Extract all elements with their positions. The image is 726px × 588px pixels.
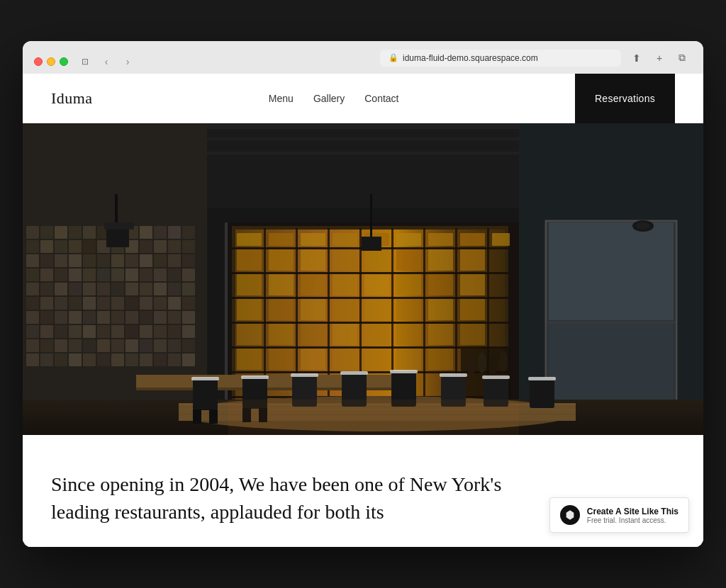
squarespace-badge-text: Create A Site Like This Free trial. Inst…	[587, 507, 678, 524]
badge-subtitle: Free trial. Instant access.	[587, 516, 678, 524]
browser-window: ⊡ ‹ › 🔒 iduma-fluid-demo.squarespace.com…	[23, 41, 703, 547]
nav-contact[interactable]: Contact	[364, 93, 398, 104]
duplicate-tab-button[interactable]: ⧉	[672, 50, 692, 66]
new-tab-button[interactable]: +	[649, 50, 669, 66]
browser-chrome: ⊡ ‹ › 🔒 iduma-fluid-demo.squarespace.com…	[23, 41, 703, 74]
below-fold: Since opening in 2004, We have been one …	[23, 435, 703, 547]
nav-gallery[interactable]: Gallery	[313, 93, 345, 104]
url-text: iduma-fluid-demo.squarespace.com	[403, 53, 538, 63]
minimize-button[interactable]	[47, 57, 55, 66]
squarespace-logo	[560, 505, 580, 525]
squarespace-badge[interactable]: Create A Site Like This Free trial. Inst…	[549, 497, 689, 533]
window-controls: ⊡ ‹ ›	[75, 54, 138, 69]
sidebar-toggle-button[interactable]: ⊡	[75, 54, 95, 69]
traffic-lights	[34, 57, 68, 66]
reservations-button[interactable]: Reservations	[575, 74, 675, 123]
nav-menu[interactable]: Menu	[269, 93, 294, 104]
lock-icon: 🔒	[389, 53, 398, 62]
share-button[interactable]: ⬆	[627, 50, 647, 66]
address-bar[interactable]: 🔒 iduma-fluid-demo.squarespace.com	[380, 50, 621, 67]
svg-rect-243	[23, 123, 703, 435]
hero-image	[23, 123, 703, 435]
maximize-button[interactable]	[60, 57, 68, 66]
intro-text: Since opening in 2004, We have been one …	[51, 470, 533, 526]
browser-titlebar: ⊡ ‹ › 🔒 iduma-fluid-demo.squarespace.com…	[34, 50, 692, 74]
badge-title: Create A Site Like This	[587, 507, 678, 516]
close-button[interactable]	[34, 57, 43, 66]
site-logo: Iduma	[51, 89, 92, 108]
site-nav: Menu Gallery Contact	[269, 93, 399, 104]
address-bar-container: 🔒 iduma-fluid-demo.squarespace.com	[380, 50, 621, 67]
website-content: Iduma Menu Gallery Contact Reservations	[23, 74, 703, 547]
site-header: Iduma Menu Gallery Contact Reservations	[23, 74, 703, 123]
forward-button[interactable]: ›	[118, 54, 138, 69]
hero-scene	[23, 123, 703, 435]
browser-actions: ⬆ + ⧉	[627, 50, 692, 66]
browser-toolbar: 🔒 iduma-fluid-demo.squarespace.com ⬆ + ⧉	[380, 50, 692, 74]
back-button[interactable]: ‹	[96, 54, 116, 69]
